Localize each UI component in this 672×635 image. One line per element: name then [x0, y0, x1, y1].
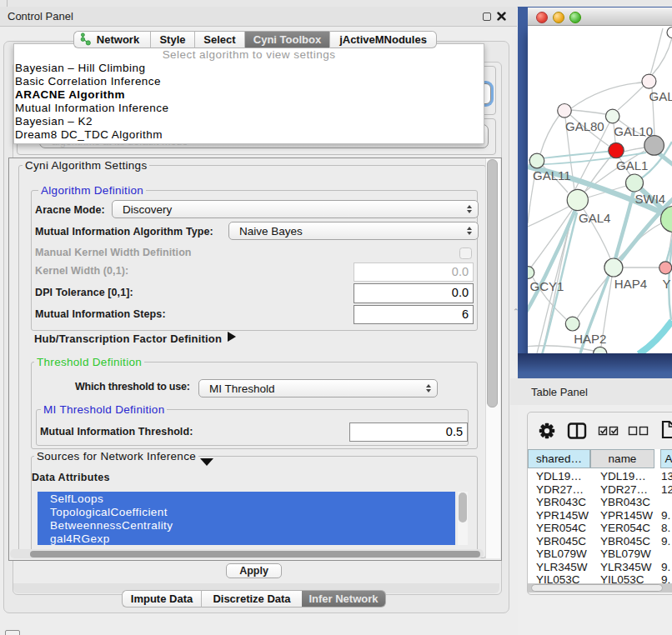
- svg-text:GAL4: GAL4: [579, 211, 610, 225]
- svg-text:GAL80: GAL80: [565, 119, 604, 133]
- svg-text:GAL10: GAL10: [614, 124, 653, 138]
- svg-text:Y: Y: [663, 277, 671, 291]
- svg-text:SWI4: SWI4: [635, 192, 666, 206]
- svg-text:GAL1: GAL1: [616, 158, 648, 172]
- svg-text:GAL11: GAL11: [533, 168, 571, 182]
- svg-text:GAL7: GAL7: [649, 89, 672, 103]
- svg-text:GCY1: GCY1: [530, 279, 564, 293]
- svg-text:HAP2: HAP2: [574, 332, 606, 346]
- svg-text:HAP4: HAP4: [614, 277, 647, 291]
